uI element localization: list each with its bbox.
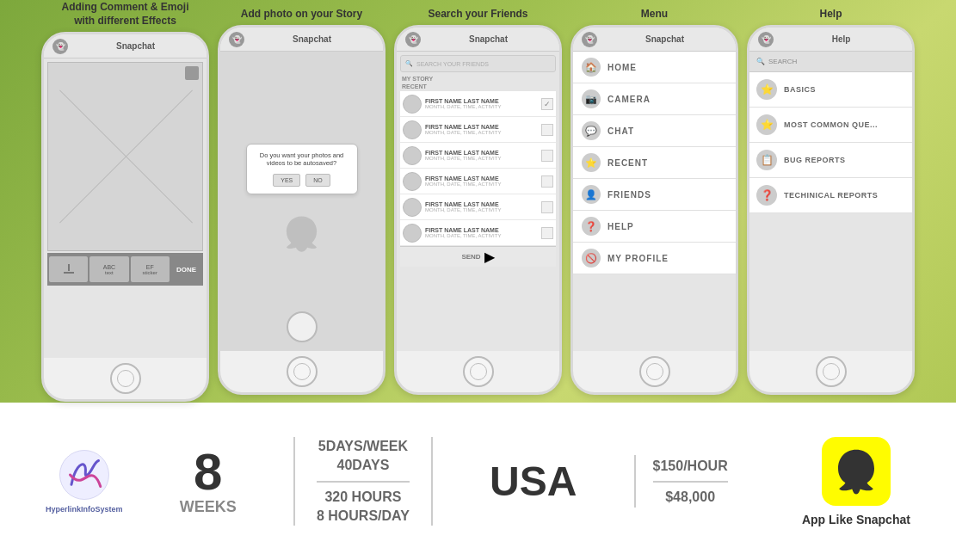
schedule-line-2: 40DAYS [317, 456, 410, 475]
phone-4-wrapper: Menu 👻 Snapchat 🏠 HOME 📷 CAMERA 💬 CHAT [571, 8, 738, 396]
avatar-5 [403, 198, 422, 217]
avatar-1 [403, 95, 422, 114]
weeks-label: WEEKS [180, 498, 237, 516]
phone-4-label: Snapchat [602, 34, 727, 44]
yes-button[interactable]: YES [273, 174, 300, 187]
snapchat-icon-5: 👻 [758, 32, 774, 47]
search-bar[interactable]: 🔍 SEARCH YOUR FRIENDS [400, 55, 556, 72]
home-inner-5 [823, 363, 840, 380]
help-item-common[interactable]: ⭐ MOST COMMON QUE... [749, 108, 912, 143]
menu-item-profile[interactable]: 🚫 MY PROFILE [573, 243, 736, 274]
phone-2: 👻 Snapchat Do you want your photos and v… [218, 25, 385, 395]
send-label: SEND [461, 253, 480, 261]
menu-item-home[interactable]: 🏠 HOME [573, 52, 736, 83]
avatar-4 [403, 172, 422, 191]
technical-label: TECHINICAL REPORTS [784, 191, 878, 200]
shutter-button[interactable] [287, 311, 318, 342]
popup-buttons: YES NO [254, 174, 350, 187]
check-4[interactable] [541, 175, 553, 188]
phone-1-label: Snapchat [73, 41, 198, 51]
basics-icon: ⭐ [756, 79, 777, 100]
schedule-stat: 5DAYS/WEEK 40DAYS 320 HOURS 8 HOURS/DAY [293, 437, 433, 526]
done-button[interactable]: DONE [171, 256, 201, 282]
weeks-stat: 8 WEEKS [180, 446, 237, 516]
basics-label: BASICS [784, 85, 816, 94]
help-item-basics[interactable]: ⭐ BASICS [749, 72, 912, 108]
phone-3-content: 🔍 SEARCH YOUR FRIENDS MY STORY RECENT FI… [397, 52, 559, 351]
help-label: HELP [608, 222, 634, 231]
avatar-3 [403, 146, 422, 165]
menu-item-help[interactable]: ❓ HELP [573, 211, 736, 243]
avatar-6 [403, 224, 422, 243]
draw-tool[interactable] [49, 256, 88, 282]
menu-item-camera[interactable]: 📷 CAMERA [573, 83, 736, 115]
search-placeholder: SEARCH YOUR FRIENDS [416, 61, 489, 67]
phone-1-title: Adding Comment & Emoji with different Ef… [62, 1, 189, 28]
schedule-line-1: 5DAYS/WEEK [317, 437, 410, 456]
text-tool[interactable]: ABCtext [89, 256, 128, 282]
friend-name-4: FIRST NAME LAST NAME [425, 175, 538, 182]
menu-item-friends[interactable]: 👤 FRIENDS [573, 179, 736, 211]
help-search-bar[interactable]: 🔍 SEARCH [749, 52, 912, 72]
home-inner [117, 370, 134, 387]
schedule-line-4: 8 HOURS/DAY [317, 507, 410, 526]
check-3[interactable] [541, 150, 553, 162]
phone-2-content: Do you want your photos and videos to be… [220, 52, 383, 351]
bug-icon: 📋 [756, 150, 777, 170]
app-section: App Like Snapchat [802, 437, 910, 526]
phone-5-content: 🔍 SEARCH ⭐ BASICS ⭐ MOST COMMON QUE... 📋… [749, 52, 912, 351]
weeks-number: 8 [180, 446, 237, 498]
emoji-tool[interactable]: EFsticker [131, 256, 170, 282]
phone-5-home-button[interactable] [816, 356, 847, 387]
friend-row-4[interactable]: FIRST NAME LAST NAME MONTH, DATE, TIME, … [400, 169, 556, 194]
phone-1-home-button[interactable] [110, 363, 141, 394]
phone-5-title: Help [819, 8, 842, 22]
friend-info-6: FIRST NAME LAST NAME MONTH, DATE, TIME, … [425, 227, 538, 238]
no-button[interactable]: NO [305, 174, 330, 187]
friend-name-1: FIRST NAME LAST NAME [425, 98, 538, 104]
menu-item-chat[interactable]: 💬 CHAT [573, 115, 736, 147]
friend-row-2[interactable]: FIRST NAME LAST NAME MONTH, DATE, TIME, … [400, 117, 556, 143]
friends-label: FRIENDS [608, 190, 651, 200]
rate-stat: $150/HOUR $48,000 [634, 455, 745, 508]
check-2[interactable] [541, 124, 553, 136]
phone-4-home-button[interactable] [639, 356, 670, 387]
friend-row-3[interactable]: FIRST NAME LAST NAME MONTH, DATE, TIME, … [400, 143, 556, 169]
check-6[interactable] [541, 227, 553, 239]
search-icon-help: 🔍 [756, 58, 765, 65]
schedule-line-3: 320 HOURS [317, 488, 410, 507]
phone-3-home-button[interactable] [463, 356, 494, 387]
check-5[interactable] [541, 201, 553, 213]
help-icon: ❓ [582, 217, 601, 236]
phone-4-title: Menu [641, 8, 668, 22]
friend-name-6: FIRST NAME LAST NAME [425, 227, 538, 233]
help-item-technical[interactable]: ❓ TECHINICAL REPORTS [749, 178, 912, 213]
autosave-popup: Do you want your photos and videos to be… [246, 144, 358, 194]
svg-rect-1 [68, 264, 70, 271]
phone-5-label: Help [779, 34, 904, 44]
bug-label: BUG REPORTS [784, 156, 846, 164]
friend-row-6[interactable]: FIRST NAME LAST NAME MONTH, DATE, TIME, … [400, 220, 556, 246]
help-item-bugs[interactable]: 📋 BUG REPORTS [749, 143, 912, 178]
friend-info-1: FIRST NAME LAST NAME MONTH, DATE, TIME, … [425, 98, 538, 109]
hyperlink-svg [59, 449, 110, 501]
friend-row-5[interactable]: FIRST NAME LAST NAME MONTH, DATE, TIME, … [400, 194, 556, 220]
phone-3-wrapper: Search your Friends 👻 Snapchat 🔍 SEARCH … [394, 8, 562, 396]
phone-3-status-bar: 👻 Snapchat [397, 28, 559, 52]
friend-meta-2: MONTH, DATE, TIME, ACTIVITY [425, 130, 538, 135]
friend-row-1[interactable]: FIRST NAME LAST NAME MONTH, DATE, TIME, … [400, 91, 556, 117]
country-stat: USA [490, 458, 577, 505]
phone-3-label: Snapchat [426, 34, 551, 44]
profile-icon: 🚫 [582, 249, 601, 268]
company-name: HyperlinkInfoSystem [46, 505, 123, 514]
phone-2-home-button[interactable] [287, 356, 318, 387]
friend-name-3: FIRST NAME LAST NAME [425, 150, 538, 156]
check-1[interactable]: ✓ [541, 98, 553, 110]
chat-icon: 💬 [582, 121, 601, 140]
friends-icon: 👤 [582, 185, 601, 204]
help-search-label: SEARCH [768, 58, 797, 65]
recent-label-menu: RECENT [608, 158, 648, 168]
corner-icon [185, 66, 199, 80]
phone-2-title: Add photo on your Story [241, 8, 362, 22]
menu-item-recent[interactable]: ⭐ RECENT [573, 147, 736, 179]
